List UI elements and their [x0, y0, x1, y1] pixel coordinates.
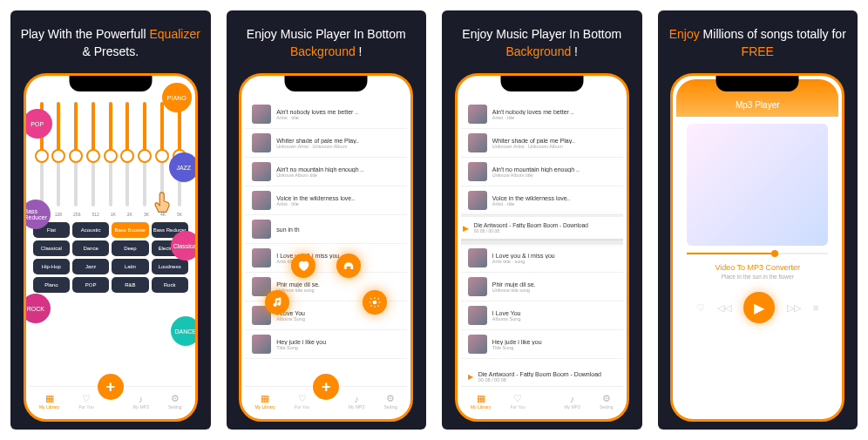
- preset-button[interactable]: R&B: [112, 277, 148, 293]
- nav-item[interactable]: ♡For You: [511, 393, 526, 410]
- preset-button[interactable]: Dance: [72, 240, 109, 256]
- song-title: sun in th: [276, 227, 400, 233]
- song-subtitle: Unknow Album title: [492, 173, 616, 178]
- bottom-mini-title: Die Antwoord - Fatty Boom Boom - Downloa…: [478, 371, 601, 377]
- promo-panel-player: Enjoy Millions of songs totally for FREE…: [658, 10, 858, 430]
- nav-item[interactable]: ▦My Library: [254, 393, 275, 410]
- nav-item[interactable]: ⚙Setting: [384, 393, 398, 410]
- progress-slider[interactable]: [687, 253, 828, 254]
- nav-label: My MP3: [349, 404, 364, 410]
- preset-button[interactable]: Rock: [152, 277, 188, 293]
- playlist-button[interactable]: ≡: [813, 302, 818, 313]
- player-controls: ♡ ◁◁ ▶ ▷▷ ≡: [676, 292, 838, 323]
- nav-icon: ⚙: [384, 393, 398, 404]
- song-row[interactable]: Ain't no mountain high enough ..Unknow A…: [461, 158, 623, 186]
- nav-icon: ♪: [132, 394, 148, 404]
- song-row[interactable]: Voice in the wilderness love..Artist · t…: [461, 186, 623, 215]
- nav-item[interactable]: ♡For You: [79, 393, 94, 410]
- eq-slider[interactable]: [57, 102, 60, 206]
- nav-icon: ♡: [79, 393, 94, 404]
- nav-label: Setting: [384, 404, 398, 410]
- radial-headphones-button[interactable]: [336, 254, 361, 278]
- nav-item[interactable]: ♪My MP3: [349, 394, 364, 410]
- now-playing-subtitle: Place in the sun in the flower: [676, 274, 838, 280]
- nav-item[interactable]: ♪My MP3: [564, 394, 580, 410]
- nav-item[interactable]: ▦My Library: [471, 393, 491, 410]
- bottom-nav: ▦My Library♡For You♪My MP3⚙Setting: [461, 386, 623, 416]
- next-button[interactable]: ▷▷: [787, 302, 801, 314]
- add-fab-button[interactable]: +: [98, 374, 124, 400]
- nav-item[interactable]: ⚙Setting: [600, 393, 614, 410]
- song-thumbnail: [252, 133, 271, 152]
- genre-bubble: ROCK: [24, 294, 51, 323]
- nav-item[interactable]: ♡For You: [295, 393, 309, 410]
- play-button[interactable]: ▶: [743, 292, 775, 323]
- svg-point-0: [374, 301, 377, 304]
- genre-bubble: POP: [24, 109, 52, 139]
- preset-button[interactable]: Bass Booster: [112, 222, 148, 238]
- song-row[interactable]: Ain't nobody loves me better ..Artist · …: [245, 100, 407, 129]
- song-row[interactable]: I Love YouAlbums Song: [461, 301, 623, 330]
- preset-button[interactable]: Hip-Hop: [33, 259, 70, 274]
- preset-button[interactable]: Jazz: [72, 259, 109, 274]
- song-row[interactable]: Ain't no mountain high enough ..Unknow A…: [245, 158, 407, 186]
- preset-button[interactable]: Plano: [33, 277, 70, 293]
- eq-slider[interactable]: [143, 102, 146, 206]
- song-list-screen: Ain't nobody loves me better ..Artist · …: [245, 79, 407, 416]
- song-row[interactable]: Phir muje dil se.Unknow title song: [461, 273, 623, 301]
- genre-bubble: JAZZ: [169, 152, 198, 182]
- nav-label: For You: [79, 404, 94, 410]
- mini-player-time: 00.08 / 00.08: [474, 228, 621, 234]
- radial-music-button[interactable]: [265, 290, 289, 315]
- song-thumbnail: [468, 306, 487, 325]
- preset-button[interactable]: POP: [72, 277, 109, 293]
- nav-item[interactable]: ⚙Setting: [168, 393, 182, 410]
- nav-label: My Library: [254, 404, 275, 410]
- preset-button[interactable]: Classical: [33, 240, 70, 256]
- mini-player-overlay[interactable]: ▶ Die Antwoord - Fatty Boom Boom - Downl…: [461, 217, 623, 239]
- play-icon[interactable]: ▶: [468, 373, 473, 381]
- song-subtitle: Unknown Artist · Unknown Album: [492, 144, 616, 149]
- phone-frame: Ain't nobody loves me better ..Artist · …: [455, 73, 629, 422]
- radial-favorite-button[interactable]: [291, 254, 315, 278]
- nav-icon: ▦: [39, 393, 59, 404]
- song-row[interactable]: Voice in the wilderness love..Artist · t…: [245, 186, 407, 215]
- bottom-mini-player[interactable]: ▶ Die Antwoord - Fatty Boom Boom - Downl…: [461, 368, 623, 386]
- song-thumbnail: [468, 133, 487, 152]
- phone-notch: [69, 76, 152, 91]
- preset-button[interactable]: Latin: [112, 259, 148, 274]
- preset-button[interactable]: Deep: [112, 240, 148, 256]
- song-title: I Love you & i miss you: [492, 253, 616, 259]
- nav-label: Setting: [168, 404, 182, 410]
- song-row[interactable]: Hey jude i like youTitle Song: [461, 330, 623, 359]
- genre-bubble: Bass Reducer: [24, 200, 51, 229]
- nav-item[interactable]: ♪My MP3: [132, 394, 148, 410]
- nav-icon: ⚙: [168, 393, 182, 404]
- song-list-screen: Ain't nobody loves me better ..Artist · …: [461, 79, 623, 416]
- previous-button[interactable]: ◁◁: [717, 302, 731, 314]
- song-row[interactable]: Ain't nobody loves me better ..Artist · …: [461, 100, 623, 129]
- favorite-button[interactable]: ♡: [696, 302, 705, 314]
- nav-icon: ♡: [511, 393, 526, 404]
- nav-icon: ⚙: [600, 393, 614, 404]
- song-title: Phir muje dil se.: [492, 281, 616, 288]
- player-screen: Mp3 Player Video To MP3 Converter Place …: [676, 79, 838, 416]
- song-row[interactable]: I Love you & i miss youArtis title · son…: [461, 244, 623, 273]
- add-fab-button[interactable]: +: [313, 374, 339, 400]
- song-thumbnail: [468, 191, 487, 210]
- radial-settings-button[interactable]: [363, 290, 387, 315]
- nav-item[interactable]: ▦My Library: [39, 393, 59, 410]
- headline: Enjoy Millions of songs totally for FREE: [665, 26, 851, 61]
- eq-slider[interactable]: [74, 102, 78, 206]
- song-title: Whiter shade of pale me Play..: [492, 138, 616, 144]
- eq-slider[interactable]: [125, 102, 129, 206]
- song-row[interactable]: Whiter shade of pale me Play..Unknown Ar…: [245, 129, 407, 158]
- preset-button[interactable]: Acoustic: [72, 222, 109, 238]
- now-playing-title: Video To MP3 Converter: [676, 263, 838, 272]
- eq-slider[interactable]: [92, 102, 95, 206]
- preset-button[interactable]: Loudness: [152, 259, 188, 274]
- song-row[interactable]: Whiter shade of pale me Play..Unknown Ar…: [461, 129, 623, 158]
- eq-slider[interactable]: [109, 102, 112, 206]
- equalizer-screen: 641282565121K2K3K4K5K FlatAcousticBass B…: [30, 79, 192, 416]
- play-icon[interactable]: ▶: [463, 224, 469, 233]
